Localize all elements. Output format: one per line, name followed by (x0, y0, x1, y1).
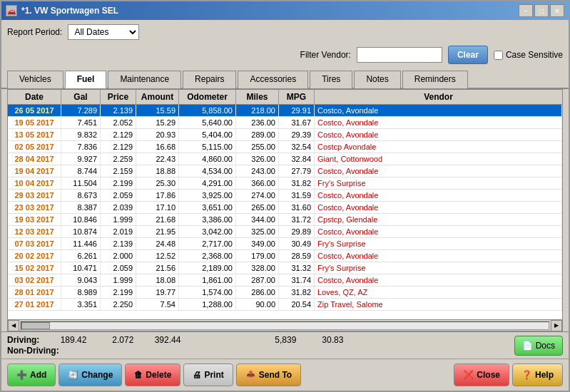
cell-miles: 274.00 (236, 190, 279, 201)
delete-button[interactable]: 🗑 Delete (125, 363, 180, 386)
col-amount[interactable]: Amount (136, 90, 179, 104)
tab-notes[interactable]: Notes (354, 71, 400, 88)
tab-repairs[interactable]: Repairs (183, 71, 236, 88)
delete-label: Delete (146, 370, 171, 380)
cell-gal: 8.989 (61, 287, 101, 298)
tab-reminders[interactable]: Reminders (402, 71, 468, 88)
cell-vendor: Costco, Avondale (315, 117, 562, 128)
cell-gal: 8.673 (61, 190, 101, 201)
table-row[interactable]: 28 01 2017 8.989 2.199 19.77 1,574.00 28… (8, 287, 562, 299)
app-icon: 🚗 (6, 5, 17, 16)
cell-price: 2.129 (101, 129, 136, 140)
change-button[interactable]: 🔄 Change (58, 363, 122, 386)
cell-miles: 366.00 (236, 177, 279, 189)
help-button[interactable]: ❓ Help (512, 363, 563, 386)
cell-miles: 255.00 (236, 141, 279, 153)
cell-odometer: 5,858.00 (179, 105, 236, 116)
close-window-button[interactable]: ✕ (550, 4, 564, 17)
col-vendor[interactable]: Vendor (315, 90, 562, 104)
cell-mpg: 29.39 (279, 129, 315, 140)
cell-amount: 7.54 (136, 299, 179, 310)
table-row[interactable]: 29 03 2017 8.673 2.059 17.86 3,925.00 27… (8, 190, 562, 202)
cell-miles: 349.00 (236, 238, 279, 249)
summary-left: Driving: 189.42 2.072 392.44 5,839 30.83… (7, 335, 343, 356)
cell-vendor: Fry's Surprise (315, 238, 562, 249)
driving-label: Driving: (7, 335, 39, 345)
minimize-button[interactable]: − (519, 4, 533, 17)
send-to-button[interactable]: 📤 Send To (236, 363, 301, 386)
cell-mpg: 31.82 (279, 177, 315, 189)
cell-odometer: 1,574.00 (179, 287, 236, 298)
cell-price: 2.019 (101, 226, 136, 237)
cell-mpg: 20.54 (279, 299, 315, 310)
col-price[interactable]: Price (101, 90, 136, 104)
col-mpg[interactable]: MPG (279, 90, 315, 104)
case-sensitive-checkbox-label[interactable]: Case Sensitive (494, 50, 563, 60)
filter-vendor-input[interactable] (357, 47, 442, 63)
maximize-button[interactable]: □ (534, 4, 549, 17)
tab-vehicles[interactable]: Vehicles (7, 71, 63, 88)
col-odometer[interactable]: Odometer (179, 90, 236, 104)
cell-date: 29 03 2017 (8, 190, 61, 201)
cell-date: 15 02 2017 (8, 262, 61, 274)
close-icon: ❌ (463, 370, 474, 380)
tab-accessories[interactable]: Accessories (238, 71, 308, 88)
horizontal-scrollbar[interactable]: ◀ ▶ (8, 319, 562, 331)
table-row[interactable]: 02 05 2017 7.836 2.129 16.68 5,115.00 25… (8, 141, 562, 153)
report-period-select[interactable]: All Dates (68, 24, 139, 40)
scroll-track[interactable] (21, 321, 549, 330)
col-date[interactable]: Date (8, 90, 61, 104)
cell-amount: 15.59 (136, 105, 179, 116)
cell-miles: 286.00 (236, 287, 279, 298)
cell-odometer: 1,861.00 (179, 274, 236, 286)
tab-fuel[interactable]: Fuel (65, 71, 107, 88)
cell-miles: 218.00 (236, 105, 279, 116)
cell-gal: 7.836 (61, 141, 101, 153)
send-to-label: Send To (259, 370, 292, 380)
cell-vendor: Costcp Avondale (315, 141, 562, 153)
close-button[interactable]: ❌ Close (454, 363, 509, 386)
table-row[interactable]: 20 02 2017 6.261 2.000 12.52 2,368.00 17… (8, 250, 562, 262)
scroll-thumb[interactable] (21, 322, 50, 329)
cell-miles: 90.00 (236, 299, 279, 310)
table-row[interactable]: 03 02 2017 9.043 1.999 18.08 1,861.00 28… (8, 274, 562, 287)
clear-button[interactable]: Clear (448, 46, 488, 64)
bottom-right-buttons: ❌ Close ❓ Help (454, 363, 563, 386)
summary-bar: Driving: 189.42 2.072 392.44 5,839 30.83… (1, 331, 569, 359)
table-row[interactable]: 26 05 2017 7.289 2.139 15.59 5,858.00 21… (8, 105, 562, 117)
cell-vendor: Costco, Avondale (315, 129, 562, 140)
case-sensitive-checkbox[interactable] (494, 51, 503, 60)
scroll-left-arrow[interactable]: ◀ (8, 320, 19, 331)
col-gal[interactable]: Gal (61, 90, 101, 104)
cell-miles: 328.00 (236, 262, 279, 274)
docs-button[interactable]: 📄 Docs (514, 336, 563, 356)
table-row[interactable]: 28 04 2017 9.927 2.259 22.43 4,860.00 32… (8, 153, 562, 165)
table-row[interactable]: 10 04 2017 11.504 2.199 25.30 4,291.00 3… (8, 177, 562, 190)
cell-price: 2.250 (101, 299, 136, 310)
tab-maintenance[interactable]: Maintenance (108, 71, 181, 88)
table-row[interactable]: 15 02 2017 10.471 2.059 21.56 2,189.00 3… (8, 262, 562, 274)
table-row[interactable]: 19 04 2017 8.744 2.159 18.88 4,534.00 24… (8, 165, 562, 177)
cell-vendor: Fry's Surprise (315, 177, 562, 189)
cell-gal: 11.446 (61, 238, 101, 249)
tab-tires[interactable]: Tires (310, 71, 352, 88)
add-button[interactable]: ➕ Add (7, 363, 56, 386)
table-row[interactable]: 23 03 2017 8.387 2.039 17.10 3,651.00 26… (8, 202, 562, 214)
title-bar: 🚗 *1. VW Sportwagen SEL − □ ✕ (1, 1, 569, 20)
cell-price: 2.000 (101, 250, 136, 262)
table-row[interactable]: 19 05 2017 7.451 2.052 15.29 5,640.00 23… (8, 117, 562, 129)
print-button[interactable]: 🖨 Print (183, 363, 233, 386)
table-row[interactable]: 12 03 2017 10.874 2.019 21.95 3,042.00 3… (8, 226, 562, 238)
scroll-right-arrow[interactable]: ▶ (551, 320, 562, 331)
cell-gal: 6.261 (61, 250, 101, 262)
driving-gal: 189.42 (51, 335, 86, 345)
cell-gal: 7.289 (61, 105, 101, 116)
cell-gal: 9.927 (61, 153, 101, 165)
table-row[interactable]: 07 03 2017 11.446 2.139 24.48 2,717.00 3… (8, 238, 562, 250)
cell-mpg: 29.91 (279, 105, 315, 116)
cell-miles: 243.00 (236, 165, 279, 177)
table-row[interactable]: 19 03 2017 10.846 1.999 21.68 3,386.00 3… (8, 214, 562, 226)
table-row[interactable]: 13 05 2017 9.832 2.129 20.93 5,404.00 28… (8, 129, 562, 141)
col-miles[interactable]: Miles (236, 90, 279, 104)
table-row[interactable]: 27 01 2017 3.351 2.250 7.54 1,288.00 90.… (8, 299, 562, 311)
